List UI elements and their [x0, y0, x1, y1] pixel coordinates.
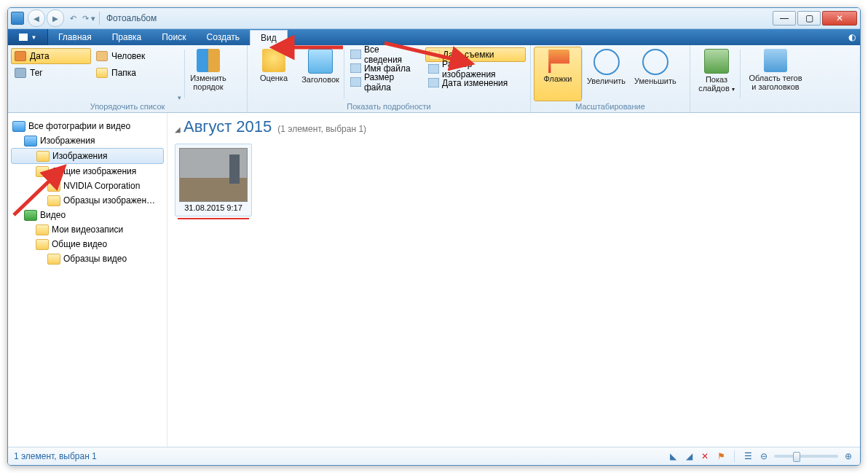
group-title: Август 2015 [184, 117, 272, 136]
app-icon [11, 12, 24, 25]
zoom-out-small-button[interactable]: ⊖ [758, 450, 770, 462]
folder-icon [96, 68, 108, 78]
svg-rect-1 [350, 63, 361, 73]
titlebar: ◄ ► ↶ ↷ ▾ Фотоальбом — ▢ ✕ [8, 8, 860, 29]
sort-expand-button[interactable]: ▾ [174, 47, 184, 101]
svg-rect-2 [350, 77, 361, 87]
title-icon [308, 49, 333, 74]
sort-date-button[interactable]: Дата [11, 48, 91, 64]
ribbon-group-zoom: Флажки Увеличить Уменьшить Масштабирован… [531, 45, 690, 112]
tag-pane-icon [764, 49, 787, 72]
sort-tag-button[interactable]: Тег [11, 65, 91, 81]
group-label-zoom: Масштабирование [534, 101, 687, 112]
collapse-icon: ◢ [175, 125, 181, 133]
zoom-in-small-button[interactable]: ⊕ [843, 450, 854, 462]
date-modified-icon [428, 78, 439, 87]
menu-view[interactable]: Вид [250, 30, 288, 45]
app-window: ◄ ► ↶ ↷ ▾ Фотоальбом — ▢ ✕ ▼ Главная Пра… [7, 7, 861, 466]
folder-icon [36, 151, 50, 162]
tree-my-videos[interactable]: Мои видеозаписи [11, 222, 164, 237]
tree-sample-images[interactable]: Образцы изображен… [11, 193, 164, 208]
chk-filesize[interactable]: Размер файла [347, 75, 422, 89]
undo-button[interactable]: ↶ [66, 10, 80, 26]
sort-folder-button[interactable]: Папка [92, 65, 173, 81]
pictures-icon [24, 136, 37, 146]
forward-button[interactable]: ► [47, 9, 64, 27]
group-header[interactable]: ◢ Август 2015 (1 элемент, выбран 1) [175, 117, 853, 136]
tag-area-button[interactable]: Область тегов и заголовков [741, 47, 810, 101]
svg-rect-0 [350, 50, 361, 59]
folder-icon [47, 181, 60, 192]
sort-person-button[interactable]: Человек [92, 48, 173, 64]
zoom-in-button[interactable]: Увеличить [583, 47, 630, 101]
folder-icon [36, 239, 49, 250]
tree-shared-videos[interactable]: Общие видео [11, 237, 164, 251]
chk-modified[interactable]: Дата изменения [425, 76, 526, 90]
rotate-right-button[interactable]: ◢ [683, 450, 695, 462]
thumbnail-caption: 31.08.2015 9:17 [179, 203, 248, 212]
maximize-button[interactable]: ▢ [797, 11, 821, 26]
menu-create[interactable]: Создать [197, 29, 250, 45]
separator [99, 12, 100, 25]
folder-icon [47, 195, 60, 206]
folder-icon [47, 254, 60, 265]
tree-all-media[interactable]: Все фотографии и видео [11, 119, 164, 133]
reorder-button[interactable]: Изменить порядок [185, 47, 232, 101]
gallery-icon [12, 121, 25, 132]
flags-button[interactable]: Флажки [534, 47, 582, 101]
tree-video[interactable]: Видео [11, 208, 164, 222]
flag-button[interactable]: ⚑ [715, 450, 727, 462]
file-menu-button[interactable]: ▼ [8, 29, 48, 45]
redo-button[interactable]: ↷ ▾ [82, 10, 96, 26]
ribbon-group-sort: Дата Тег Человек Папка ▾ Изменить порядо… [8, 45, 248, 112]
date-taken-icon [429, 50, 440, 60]
group-label-sort: Упорядочить список [11, 101, 244, 112]
thumbnail-image [179, 148, 248, 202]
star-icon [262, 49, 285, 72]
folder-icon [36, 166, 49, 177]
tag-icon [15, 68, 26, 78]
ribbon: Дата Тег Человек Папка ▾ Изменить порядо… [8, 45, 860, 113]
tree-sample-videos[interactable]: Образцы видео [11, 251, 164, 266]
statusbar: 1 элемент, выбран 1 ◣ ◢ ✕ ⚑ ☰ ⊖ ⊕ [8, 447, 860, 465]
chk-all-details[interactable]: Все сведения [347, 47, 422, 61]
filename-icon [350, 63, 361, 73]
tree-images-sub[interactable]: Изображения [11, 148, 164, 164]
slideshow-button[interactable]: Показ слайдов ▾ [693, 47, 740, 101]
menu-search[interactable]: Поиск [151, 29, 196, 45]
menu-edit[interactable]: Правка [102, 29, 152, 45]
rating-button[interactable]: Оценка [250, 47, 297, 101]
annotation-underline [178, 218, 249, 219]
zoom-out-icon [642, 49, 668, 75]
sidebar: Все фотографии и видео Изображения Изобр… [8, 113, 167, 447]
tree-shared-images[interactable]: Общие изображения [11, 164, 164, 179]
person-icon [96, 51, 108, 61]
details-icon [350, 50, 361, 59]
filesize-icon [350, 77, 361, 87]
content-area: ◢ Август 2015 (1 элемент, выбран 1) 31.0… [167, 113, 860, 447]
tree-images[interactable]: Изображения [11, 133, 164, 148]
close-button[interactable]: ✕ [822, 11, 857, 26]
back-button[interactable]: ◄ [28, 9, 45, 27]
calendar-icon [15, 51, 26, 61]
delete-button[interactable]: ✕ [699, 450, 711, 462]
rotate-left-button[interactable]: ◣ [667, 450, 679, 462]
zoom-out-button[interactable]: Уменьшить [630, 47, 681, 101]
group-label-details: Показать подробности [250, 101, 527, 112]
image-size-icon [428, 64, 439, 74]
chk-image-size[interactable]: Размер изображения [425, 62, 526, 76]
title-button[interactable]: Заголовок [297, 47, 344, 101]
menu-main[interactable]: Главная [48, 29, 102, 45]
zoom-in-icon [593, 49, 620, 75]
minimize-button[interactable]: — [773, 11, 796, 26]
video-icon [24, 210, 37, 221]
group-subtitle: (1 элемент, выбран 1) [277, 124, 366, 134]
details-toggle-button[interactable]: ☰ [742, 450, 754, 462]
swap-arrows-icon [197, 49, 220, 72]
thumbnail-item[interactable]: 31.08.2015 9:17 [175, 144, 252, 219]
status-text: 1 элемент, выбран 1 [14, 451, 97, 461]
main-area: Все фотографии и видео Изображения Изобр… [8, 113, 860, 447]
help-button[interactable]: ◐ [844, 29, 860, 45]
tree-nvidia[interactable]: NVIDIA Corporation [11, 179, 164, 193]
zoom-slider[interactable] [774, 455, 838, 458]
